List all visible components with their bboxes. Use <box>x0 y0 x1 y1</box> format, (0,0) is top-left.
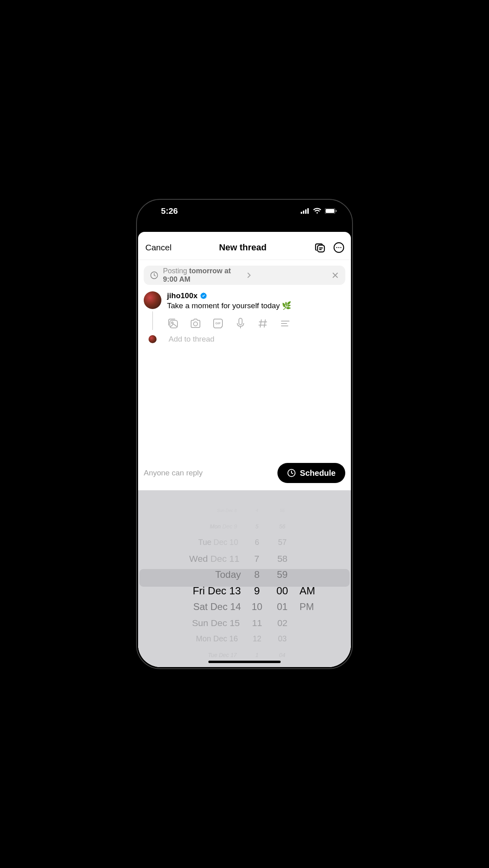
picker-item: 11 <box>252 615 262 631</box>
picker-item-selected: AM <box>300 583 315 599</box>
camera-icon <box>189 318 202 329</box>
avatar[interactable] <box>144 291 161 309</box>
cellular-icon <box>301 208 310 214</box>
cancel-button[interactable]: Cancel <box>145 243 171 252</box>
svg-text:GIF: GIF <box>215 321 220 325</box>
datetime-picker[interactable]: Sun Dec 8 Mon Dec 9 Tue Dec 10 Wed Dec 1… <box>138 490 351 667</box>
home-indicator[interactable] <box>208 661 281 663</box>
picker-item: 59 <box>277 567 288 583</box>
picker-item: 12 <box>253 632 261 646</box>
svg-rect-6 <box>336 210 337 212</box>
drafts-button[interactable] <box>314 241 327 254</box>
attach-gif-button[interactable]: GIF <box>212 317 224 330</box>
picker-item: Wed Dec 18 <box>213 665 236 667</box>
thread-line <box>152 311 153 330</box>
picker-item: Today <box>215 567 241 583</box>
svg-rect-5 <box>326 209 334 213</box>
picker-item: Tue Dec 10 <box>198 535 238 549</box>
ampm-wheel[interactable]: . . . . . AM PM <box>300 502 320 667</box>
schedule-button[interactable]: Schedule <box>277 463 345 483</box>
drafts-icon <box>314 242 326 254</box>
svg-point-13 <box>340 247 342 248</box>
attach-audio-button[interactable] <box>234 317 247 330</box>
picker-item: 1 <box>255 649 259 661</box>
picker-item: 03 <box>278 632 287 646</box>
picker-item-selected: Fri Dec 13 <box>193 583 241 599</box>
picker-item: 4 <box>256 505 258 516</box>
picker-item: 7 <box>255 551 260 566</box>
svg-point-16 <box>171 322 173 323</box>
username[interactable]: jiho100x <box>167 291 345 300</box>
status-indicators <box>301 208 337 214</box>
svg-rect-2 <box>305 209 307 214</box>
svg-rect-1 <box>303 211 305 214</box>
picker-item: 2 <box>256 665 258 667</box>
picker-item: 55 <box>280 505 285 516</box>
picker-item: 8 <box>254 567 259 583</box>
svg-rect-3 <box>308 208 309 214</box>
phone-frame: 5:26 Cancel New thread <box>136 199 353 669</box>
verified-badge-icon <box>200 292 207 299</box>
picker-item: Mon Dec 16 <box>196 632 238 646</box>
wifi-icon <box>313 208 322 214</box>
reply-setting-button[interactable]: Anyone can reply <box>144 469 203 477</box>
attachment-toolbar: GIF <box>167 317 345 330</box>
mic-icon <box>236 317 245 330</box>
battery-icon <box>325 208 337 214</box>
modal-title: New thread <box>219 242 267 253</box>
modal-header: Cancel New thread <box>138 235 351 260</box>
attach-camera-button[interactable] <box>189 317 202 330</box>
hashtag-icon <box>258 318 268 329</box>
picker-item: 05 <box>280 665 285 667</box>
picker-item: Sun Dec 15 <box>192 615 240 631</box>
clock-icon <box>287 469 296 477</box>
picker-item: 10 <box>252 599 263 615</box>
svg-rect-7 <box>318 245 324 252</box>
picker-item: Wed Dec 11 <box>189 551 240 566</box>
add-to-thread-row[interactable]: Add to thread <box>138 335 351 344</box>
picker-item: 58 <box>277 551 287 566</box>
picker-item: 02 <box>277 615 287 631</box>
schedule-info-text: Posting tomorrow at 9:00 AM <box>163 267 244 284</box>
more-button[interactable] <box>332 241 345 254</box>
picker-item: PM <box>300 599 314 615</box>
picker-item: 5 <box>255 520 259 532</box>
more-icon <box>333 242 345 254</box>
minute-wheel[interactable]: 55 56 57 58 59 00 01 02 03 04 05 <box>273 502 291 667</box>
svg-point-11 <box>336 247 338 248</box>
status-bar: 5:26 <box>137 200 352 222</box>
image-icon <box>167 317 179 330</box>
gif-icon: GIF <box>212 317 224 330</box>
status-time: 5:26 <box>161 206 178 216</box>
clock-icon <box>150 271 158 279</box>
picker-item: 01 <box>277 599 288 615</box>
svg-point-12 <box>338 247 340 248</box>
svg-point-17 <box>194 322 198 326</box>
add-to-thread-label: Add to thread <box>169 335 214 344</box>
schedule-button-label: Schedule <box>300 469 336 478</box>
picker-item: 57 <box>278 535 287 549</box>
picker-item: Sun Dec 8 <box>217 505 236 516</box>
compose-sheet: Cancel New thread Posting tomorrow at 9:… <box>138 235 351 667</box>
attach-image-button[interactable] <box>167 317 179 330</box>
post-text-input[interactable]: Take a moment for yourself today 🌿 <box>167 301 345 310</box>
picker-item: 6 <box>255 535 259 549</box>
compose-footer: Anyone can reply Schedule <box>138 458 351 490</box>
svg-rect-0 <box>301 212 302 214</box>
schedule-info-banner[interactable]: Posting tomorrow at 9:00 AM <box>144 266 345 285</box>
picker-item: Mon Dec 9 <box>210 520 237 532</box>
svg-line-20 <box>260 319 261 328</box>
compose-area: jiho100x Take a moment for yourself toda… <box>138 291 351 330</box>
svg-line-21 <box>264 319 265 328</box>
picker-item: Sat Dec 14 <box>193 599 241 615</box>
chevron-right-icon <box>247 272 251 278</box>
hour-wheel[interactable]: 4 5 6 7 8 9 10 11 12 1 2 <box>249 502 265 667</box>
dismiss-banner-button[interactable] <box>332 272 339 279</box>
avatar-small <box>149 335 157 343</box>
picker-item-selected: 9 <box>254 583 260 599</box>
attach-poll-button[interactable] <box>279 317 291 330</box>
picker-item: Tue Dec 17 <box>208 649 237 661</box>
poll-icon <box>280 319 291 328</box>
date-wheel[interactable]: Sun Dec 8 Mon Dec 9 Tue Dec 10 Wed Dec 1… <box>169 502 241 667</box>
attach-hashtag-button[interactable] <box>257 317 269 330</box>
